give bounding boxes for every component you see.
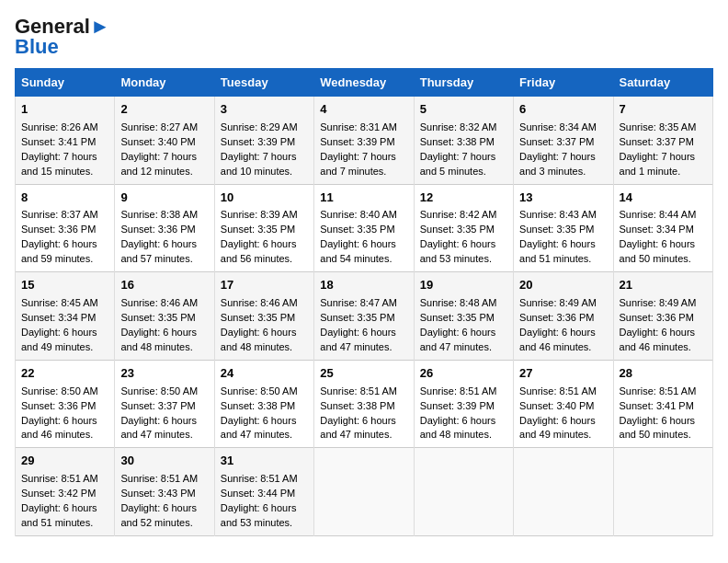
header: General► Blue — [15, 15, 713, 59]
day-number: 30 — [120, 453, 208, 470]
day-cell-23: 23Sunrise: 8:50 AMSunset: 3:37 PMDayligh… — [115, 360, 214, 448]
calendar-table: SundayMondayTuesdayWednesdayThursdayFrid… — [15, 68, 713, 536]
sunrise: Sunrise: 8:27 AM — [120, 121, 198, 132]
day-number: 21 — [620, 277, 707, 294]
sunrise: Sunrise: 8:51 AM — [519, 385, 597, 396]
day-cell-9: 9Sunrise: 8:38 AMSunset: 3:36 PMDaylight… — [115, 184, 214, 272]
daylight: Daylight: 7 hours and 5 minutes. — [420, 151, 496, 177]
day-number: 19 — [420, 277, 507, 294]
dow-header-wednesday: Wednesday — [314, 69, 414, 97]
logo-blue: Blue — [15, 35, 59, 59]
sunrise: Sunrise: 8:51 AM — [620, 385, 697, 396]
sunrise: Sunrise: 8:48 AM — [420, 297, 497, 308]
sunrise: Sunrise: 8:34 AM — [519, 121, 597, 132]
daylight: Daylight: 6 hours and 46 minutes. — [519, 327, 596, 352]
empty-cell — [314, 448, 414, 536]
sunset: Sunset: 3:34 PM — [21, 312, 96, 323]
daylight: Daylight: 6 hours and 54 minutes. — [320, 238, 396, 264]
dow-header-tuesday: Tuesday — [214, 69, 313, 97]
empty-cell — [613, 448, 712, 536]
sunrise: Sunrise: 8:49 AM — [620, 297, 697, 308]
day-cell-15: 15Sunrise: 8:45 AMSunset: 3:34 PMDayligh… — [16, 272, 115, 361]
daylight: Daylight: 6 hours and 49 minutes. — [519, 415, 596, 441]
dow-header-monday: Monday — [115, 69, 214, 97]
day-cell-16: 16Sunrise: 8:46 AMSunset: 3:35 PMDayligh… — [115, 272, 214, 361]
day-cell-8: 8Sunrise: 8:37 AMSunset: 3:36 PMDaylight… — [16, 184, 115, 272]
daylight: Daylight: 6 hours and 56 minutes. — [221, 238, 297, 264]
week-row-4: 22Sunrise: 8:50 AMSunset: 3:36 PMDayligh… — [16, 360, 713, 448]
sunrise: Sunrise: 8:46 AM — [221, 297, 298, 308]
day-cell-24: 24Sunrise: 8:50 AMSunset: 3:38 PMDayligh… — [214, 360, 313, 448]
daylight: Daylight: 6 hours and 59 minutes. — [21, 238, 97, 264]
day-number: 24 — [221, 365, 308, 383]
day-number: 7 — [620, 101, 707, 119]
sunrise: Sunrise: 8:43 AM — [519, 209, 597, 220]
sunrise: Sunrise: 8:40 AM — [320, 209, 397, 220]
day-cell-13: 13Sunrise: 8:43 AMSunset: 3:35 PMDayligh… — [514, 184, 613, 272]
day-number: 12 — [420, 190, 507, 207]
daylight: Daylight: 6 hours and 47 minutes. — [320, 327, 396, 352]
sunrise: Sunrise: 8:50 AM — [221, 385, 298, 396]
calendar-body: 1Sunrise: 8:26 AMSunset: 3:41 PMDaylight… — [16, 97, 713, 536]
week-row-3: 15Sunrise: 8:45 AMSunset: 3:34 PMDayligh… — [16, 272, 713, 361]
day-number: 11 — [320, 190, 407, 207]
day-cell-7: 7Sunrise: 8:35 AMSunset: 3:37 PMDaylight… — [613, 97, 712, 185]
daylight: Daylight: 7 hours and 12 minutes. — [120, 151, 197, 177]
daylight: Daylight: 6 hours and 51 minutes. — [21, 502, 97, 528]
sunset: Sunset: 3:36 PM — [21, 400, 96, 411]
sunset: Sunset: 3:41 PM — [21, 136, 96, 147]
day-cell-14: 14Sunrise: 8:44 AMSunset: 3:34 PMDayligh… — [613, 184, 712, 272]
day-number: 14 — [620, 190, 707, 207]
daylight: Daylight: 6 hours and 47 minutes. — [320, 415, 396, 441]
sunset: Sunset: 3:42 PM — [21, 488, 96, 499]
sunset: Sunset: 3:35 PM — [221, 224, 295, 235]
sunrise: Sunrise: 8:51 AM — [420, 385, 497, 396]
day-number: 17 — [221, 277, 308, 294]
daylight: Daylight: 6 hours and 49 minutes. — [21, 327, 97, 352]
sunrise: Sunrise: 8:37 AM — [21, 209, 98, 220]
daylight: Daylight: 7 hours and 7 minutes. — [320, 151, 396, 177]
day-cell-10: 10Sunrise: 8:39 AMSunset: 3:35 PMDayligh… — [214, 184, 313, 272]
daylight: Daylight: 6 hours and 46 minutes. — [21, 415, 97, 441]
sunset: Sunset: 3:36 PM — [519, 312, 594, 323]
sunset: Sunset: 3:39 PM — [320, 136, 394, 147]
day-cell-27: 27Sunrise: 8:51 AMSunset: 3:40 PMDayligh… — [514, 360, 613, 448]
dow-header-saturday: Saturday — [613, 69, 712, 97]
sunrise: Sunrise: 8:38 AM — [120, 209, 198, 220]
day-number: 5 — [420, 101, 507, 119]
day-number: 9 — [120, 190, 208, 207]
daylight: Daylight: 6 hours and 51 minutes. — [519, 238, 596, 264]
sunrise: Sunrise: 8:32 AM — [420, 121, 497, 132]
day-cell-20: 20Sunrise: 8:49 AMSunset: 3:36 PMDayligh… — [514, 272, 613, 361]
day-cell-4: 4Sunrise: 8:31 AMSunset: 3:39 PMDaylight… — [314, 97, 414, 185]
day-number: 8 — [21, 190, 108, 207]
daylight: Daylight: 7 hours and 3 minutes. — [519, 151, 596, 177]
day-number: 15 — [21, 277, 108, 294]
daylight: Daylight: 6 hours and 52 minutes. — [120, 502, 197, 528]
day-number: 28 — [620, 365, 707, 383]
sunset: Sunset: 3:40 PM — [120, 136, 195, 147]
sunrise: Sunrise: 8:50 AM — [120, 385, 198, 396]
daylight: Daylight: 6 hours and 47 minutes. — [120, 415, 197, 441]
sunset: Sunset: 3:36 PM — [620, 312, 694, 323]
day-number: 23 — [120, 365, 208, 383]
sunset: Sunset: 3:35 PM — [420, 224, 495, 235]
sunset: Sunset: 3:37 PM — [519, 136, 594, 147]
day-cell-5: 5Sunrise: 8:32 AMSunset: 3:38 PMDaylight… — [414, 97, 513, 185]
sunset: Sunset: 3:41 PM — [620, 400, 694, 411]
day-cell-19: 19Sunrise: 8:48 AMSunset: 3:35 PMDayligh… — [414, 272, 513, 361]
day-number: 18 — [320, 277, 407, 294]
daylight: Daylight: 6 hours and 53 minutes. — [221, 502, 297, 528]
week-row-2: 8Sunrise: 8:37 AMSunset: 3:36 PMDaylight… — [16, 184, 713, 272]
day-cell-29: 29Sunrise: 8:51 AMSunset: 3:42 PMDayligh… — [16, 448, 115, 536]
daylight: Daylight: 6 hours and 48 minutes. — [221, 327, 297, 352]
day-number: 26 — [420, 365, 507, 383]
day-number: 6 — [519, 101, 607, 119]
sunset: Sunset: 3:35 PM — [120, 312, 195, 323]
sunset: Sunset: 3:35 PM — [320, 312, 394, 323]
daylight: Daylight: 6 hours and 50 minutes. — [620, 238, 696, 264]
sunset: Sunset: 3:37 PM — [120, 400, 195, 411]
logo: General► Blue — [15, 15, 110, 59]
sunset: Sunset: 3:44 PM — [221, 488, 295, 499]
day-cell-31: 31Sunrise: 8:51 AMSunset: 3:44 PMDayligh… — [214, 448, 313, 536]
